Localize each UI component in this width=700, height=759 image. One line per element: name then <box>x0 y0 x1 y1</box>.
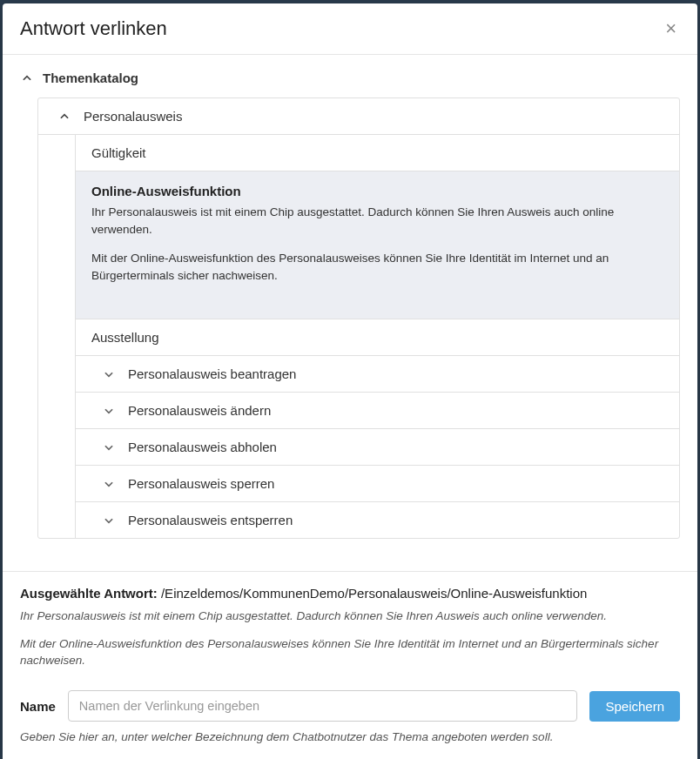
chevron-down-icon <box>102 367 116 381</box>
tree-item-label: Ausstellung <box>91 330 159 345</box>
preview-paragraph: Mit der Online-Ausweisfunktion des Perso… <box>20 635 680 669</box>
tree-sub-item-label: Personalausweis entsperren <box>128 513 293 527</box>
tree-item-label: Online-Ausweisfunktion <box>91 184 663 198</box>
modal-title: Antwort verlinken <box>20 17 167 40</box>
name-row: Name Speichern <box>20 690 680 722</box>
chevron-up-icon <box>57 110 71 124</box>
tree-sub-item-label: Personalausweis beantragen <box>128 366 296 381</box>
tree-root-label: Themenkatalog <box>43 71 138 85</box>
tree-section-title: Personalausweis <box>84 109 182 124</box>
selected-answer: Ausgewählte Antwort: /Einzeldemos/Kommun… <box>20 586 680 601</box>
save-button[interactable]: Speichern <box>589 691 680 722</box>
chevron-down-icon <box>102 404 116 418</box>
selected-answer-label: Ausgewählte Antwort: <box>20 586 161 601</box>
modal-footer: Ausgewählte Antwort: /Einzeldemos/Kommun… <box>3 571 697 759</box>
tree-item-description: Ihr Personalausweis ist mit einem Chip a… <box>91 204 663 284</box>
tree-sub-item-aendern[interactable]: Personalausweis ändern <box>76 393 679 429</box>
tree-sub-item-entsperren[interactable]: Personalausweis entsperren <box>76 502 679 538</box>
desc-paragraph: Mit der Online-Ausweisfunktion des Perso… <box>91 250 663 284</box>
link-answer-modal: Antwort verlinken × Themenkatalog Person… <box>3 3 697 759</box>
tree-sub-item-label: Personalausweis sperren <box>128 476 274 491</box>
tree-sub-item-label: Personalausweis ändern <box>128 403 271 418</box>
tree-item-label: Gültigkeit <box>91 145 146 160</box>
tree-item-online-ausweisfunktion[interactable]: Online-Ausweisfunktion Ihr Personalauswe… <box>76 171 679 319</box>
chevron-down-icon <box>102 477 116 491</box>
tree-item-ausstellung[interactable]: Ausstellung <box>76 319 679 356</box>
close-icon: × <box>665 17 676 39</box>
close-button[interactable]: × <box>662 19 680 38</box>
name-label: Name <box>20 699 56 714</box>
chevron-down-icon <box>102 514 116 527</box>
desc-paragraph: Ihr Personalausweis ist mit einem Chip a… <box>91 204 663 238</box>
tree-items: Gültigkeit Online-Ausweisfunktion Ihr Pe… <box>75 135 679 538</box>
modal-body[interactable]: Themenkatalog Personalausweis Gültigkeit… <box>3 55 697 571</box>
tree-item-gueltigkeit[interactable]: Gültigkeit <box>76 135 679 171</box>
tree-sub-item-beantragen[interactable]: Personalausweis beantragen <box>76 356 679 393</box>
tree-box: Personalausweis Gültigkeit Online-Auswei… <box>37 97 680 539</box>
tree-sub-item-sperren[interactable]: Personalausweis sperren <box>76 466 679 502</box>
hint-text: Geben Sie hier an, unter welcher Bezeich… <box>20 730 680 743</box>
tree-section-personalausweis[interactable]: Personalausweis <box>38 98 679 135</box>
answer-preview: Ihr Personalausweis ist mit einem Chip a… <box>20 608 680 669</box>
preview-paragraph: Ihr Personalausweis ist mit einem Chip a… <box>20 608 680 625</box>
selected-answer-path: /Einzeldemos/KommunenDemo/Personalauswei… <box>161 586 587 601</box>
name-input[interactable] <box>68 690 578 722</box>
chevron-down-icon <box>102 440 116 454</box>
tree-sub-item-abholen[interactable]: Personalausweis abholen <box>76 429 679 466</box>
modal-header: Antwort verlinken × <box>3 3 697 55</box>
tree-root[interactable]: Themenkatalog <box>20 71 680 85</box>
chevron-up-icon <box>20 71 34 85</box>
tree-sub-item-label: Personalausweis abholen <box>128 440 277 454</box>
